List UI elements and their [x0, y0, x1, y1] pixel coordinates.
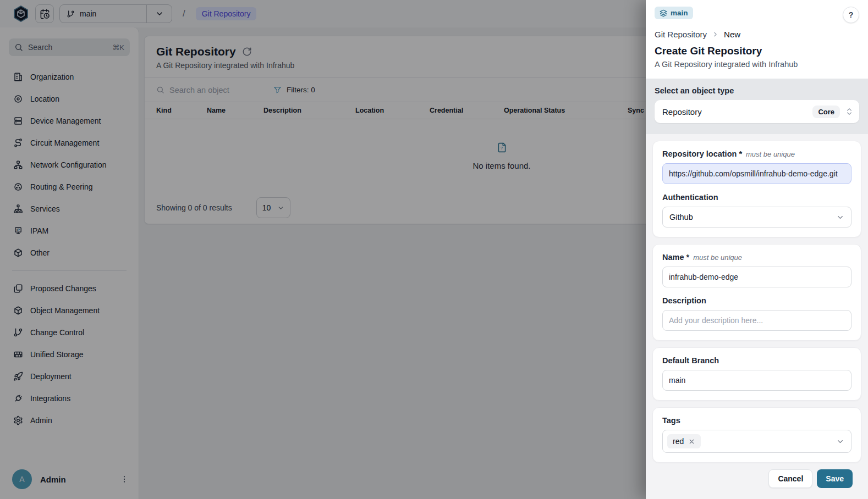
drawer-header: main ? Git Repository New Create Git Rep… [646, 0, 868, 79]
tag-chip: red [667, 434, 701, 448]
drawer-actions: Cancel Save [652, 469, 861, 488]
save-button[interactable]: Save [817, 469, 853, 488]
tag-chip-label: red [673, 437, 684, 446]
drawer-title: Create Git Repository [655, 45, 859, 57]
tags-select[interactable]: red [662, 430, 851, 453]
breadcrumb-current: New [724, 30, 740, 39]
layers-icon [660, 9, 667, 17]
branch-badge[interactable]: main [655, 7, 693, 19]
object-type-select[interactable]: Repository Core [655, 100, 859, 123]
default-branch-input[interactable] [662, 370, 851, 391]
repository-location-label: Repository location * [662, 149, 742, 158]
breadcrumb-parent[interactable]: Git Repository [655, 30, 707, 39]
chevrons-up-down-icon [845, 107, 854, 116]
form-card-default-branch: Default Branch [652, 347, 861, 401]
chevron-down-icon [836, 437, 844, 446]
cancel-button[interactable]: Cancel [768, 469, 812, 488]
name-label: Name * [662, 253, 689, 262]
drawer-subtitle: A Git Repository integrated with Infrahu… [655, 60, 859, 69]
create-git-repository-drawer: main ? Git Repository New Create Git Rep… [646, 0, 868, 499]
form-card-name: Name * must be unique Description [652, 244, 861, 341]
help-button[interactable]: ? [843, 7, 859, 23]
authentication-value: Github [669, 213, 693, 221]
branch-badge-label: main [671, 9, 688, 17]
authentication-select[interactable]: Github [662, 207, 851, 228]
remove-tag-icon[interactable] [688, 438, 695, 445]
default-branch-label: Default Branch [662, 356, 719, 365]
form-card-tags: Tags red [652, 407, 861, 463]
create-form: Repository location * must be unique Aut… [646, 134, 868, 488]
description-label: Description [662, 296, 706, 305]
form-card-repository: Repository location * must be unique Aut… [652, 141, 861, 237]
core-badge: Core [812, 106, 840, 118]
repository-location-hint: must be unique [746, 150, 795, 158]
tags-label: Tags [662, 416, 680, 425]
object-type-value: Repository [662, 107, 702, 117]
chevron-down-icon [836, 213, 844, 221]
chevron-right-icon [712, 31, 719, 38]
name-hint: must be unique [693, 253, 742, 262]
object-type-section: Select an object type Repository Core [646, 79, 868, 134]
authentication-label: Authentication [662, 193, 718, 202]
repository-location-input[interactable] [662, 163, 851, 184]
object-type-label: Select an object type [655, 86, 859, 95]
drawer-body: Select an object type Repository Core Re… [646, 79, 868, 499]
name-input[interactable] [662, 267, 851, 287]
description-input[interactable] [662, 310, 851, 331]
drawer-breadcrumb: Git Repository New [655, 30, 859, 39]
